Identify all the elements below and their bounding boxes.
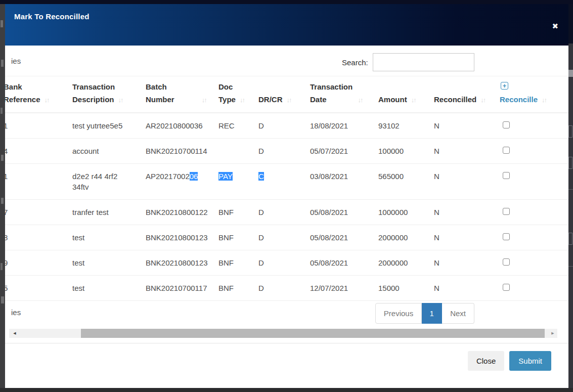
- column-header-reconcille[interactable]: + Reconcille↓↑: [500, 76, 568, 113]
- backdrop-fragment: [568, 70, 573, 77]
- bank-reference-cell: 5: [5, 284, 8, 292]
- reconcile-checkbox[interactable]: [503, 233, 510, 240]
- column-header-transaction-description[interactable]: Transaction Description↓↑: [72, 76, 146, 113]
- horizontal-scrollbar[interactable]: ◀ ▶: [9, 329, 557, 338]
- batch-number-cell: BNK20210800123: [146, 225, 218, 250]
- backdrop-fragment: [568, 189, 573, 190]
- sort-icon[interactable]: ↓↑: [358, 94, 363, 106]
- amount-cell: 565000: [378, 163, 434, 199]
- backdrop-top: [0, 0, 573, 4]
- doc-type-cell: PAY: [218, 163, 258, 199]
- description-cell: tranfer test: [72, 199, 146, 225]
- backdrop-fragment: [568, 266, 573, 267]
- description-cell: test: [72, 275, 146, 300]
- table-row: 7 tranfer test BNK20210800122 BNF D 05/0…: [5, 199, 568, 225]
- transaction-date-cell: 05/08/2021: [310, 250, 378, 275]
- backdrop-fragment: [568, 4, 573, 43]
- column-header-reconcilled[interactable]: Reconcilled↓↑: [434, 76, 500, 113]
- scrollbar-right-arrow-icon[interactable]: ▶: [549, 329, 556, 338]
- batch-number-cell: BNK20210800122: [146, 199, 218, 225]
- close-button[interactable]: Close: [468, 351, 504, 371]
- sort-icon[interactable]: ↓↑: [118, 94, 123, 106]
- scrollbar-left-arrow-icon[interactable]: ◀: [11, 329, 18, 338]
- description-cell: account: [72, 138, 146, 163]
- modal-footer: Close Submit: [5, 343, 568, 371]
- reconcilled-cell: N: [434, 163, 500, 199]
- column-header-transaction-date[interactable]: Transaction Date↓↑: [310, 76, 378, 113]
- dr-cr-cell: D: [258, 250, 310, 275]
- doc-type-cell: BNF: [218, 199, 258, 225]
- backdrop-left: [0, 4, 5, 388]
- table-row: 4 account BNK20210700114 D 05/07/2021 10…: [5, 138, 568, 163]
- reconcile-checkbox[interactable]: [503, 147, 510, 154]
- selected-text: 06: [190, 172, 198, 181]
- doc-type-cell: BNF: [218, 250, 258, 275]
- reconcilled-cell: N: [434, 138, 500, 163]
- mark-to-reconciled-modal: Mark To Reconcilled ✖ ies Search: Bank R…: [5, 4, 568, 388]
- selected-text: C: [258, 172, 264, 181]
- reconcile-table: Bank Reference↓↑ Transaction Description…: [5, 76, 568, 301]
- reconcilled-cell: N: [434, 225, 500, 250]
- reconcile-checkbox[interactable]: [503, 284, 510, 291]
- backdrop-fragment: [568, 125, 572, 138]
- reconcille-cell: [500, 113, 568, 139]
- bank-reference-cell: 7: [5, 208, 8, 216]
- scrollbar-thumb[interactable]: [81, 329, 545, 338]
- backdrop-bottom: [0, 388, 573, 392]
- reconcile-checkbox[interactable]: [503, 172, 510, 179]
- description-cell: d2e2 r44 4rf234ftv: [72, 163, 146, 199]
- sort-icon[interactable]: ↓↑: [45, 94, 49, 106]
- pagination-page-1-button[interactable]: 1: [422, 303, 442, 324]
- sort-icon[interactable]: ↓↑: [542, 94, 546, 106]
- sort-icon[interactable]: ↓↑: [287, 94, 291, 106]
- doc-type-cell: REC: [218, 113, 258, 139]
- reconcile-checkbox[interactable]: [503, 208, 510, 215]
- backdrop-fragment: [1, 263, 3, 270]
- backdrop-fragment: [1, 198, 4, 204]
- doc-type-cell: [218, 138, 258, 163]
- reconcile-checkbox[interactable]: [503, 121, 510, 128]
- search-input[interactable]: [373, 53, 474, 71]
- reconcille-cell: [500, 225, 568, 250]
- amount-cell: 2000000: [378, 225, 434, 250]
- column-header-bank-reference[interactable]: Bank Reference↓↑: [5, 76, 72, 113]
- dr-cr-cell: D: [258, 275, 310, 300]
- dr-cr-cell: D: [258, 225, 310, 250]
- doc-type-cell: BNF: [218, 275, 258, 300]
- column-header-batch-number[interactable]: Batch Number↓↑: [146, 76, 218, 113]
- backdrop-fragment: [1, 60, 4, 67]
- batch-number-cell: BNK20210700117: [146, 275, 218, 300]
- table-row: 9 test BNK20210800123 BNF D 05/08/2021 2…: [5, 250, 568, 275]
- reconcilled-cell: N: [434, 250, 500, 275]
- submit-button[interactable]: Submit: [509, 351, 551, 371]
- amount-cell: 93102: [378, 113, 434, 139]
- bank-reference-cell: 8: [5, 233, 8, 242]
- batch-number-cell: BNK20210800123: [146, 250, 218, 275]
- reconcille-cell: [500, 250, 568, 275]
- sort-icon[interactable]: ↓↑: [202, 94, 206, 106]
- pagination-next-button[interactable]: Next: [442, 303, 474, 324]
- close-icon[interactable]: ✖: [552, 22, 558, 30]
- backdrop-fragment: [1, 20, 3, 27]
- modal-header: Mark To Reconcilled ✖: [5, 4, 568, 46]
- sort-icon[interactable]: ↓↑: [240, 94, 244, 106]
- column-header-doc-type[interactable]: Doc Type↓↑: [218, 76, 258, 113]
- pagination-previous-button[interactable]: Previous: [375, 303, 422, 324]
- entries-count-fragment-bottom: ies: [11, 308, 21, 317]
- bank-reference-cell: 1: [5, 172, 8, 181]
- reconcile-checkbox[interactable]: [503, 258, 510, 266]
- pagination: Previous 1 Next: [375, 303, 474, 324]
- backdrop-fragment: [1, 108, 3, 114]
- sort-icon[interactable]: ↓↑: [480, 94, 485, 106]
- amount-cell: 100000: [378, 138, 434, 163]
- table-row: 1 d2e2 r44 4rf234ftv AP2021700206 PAY C …: [5, 163, 568, 199]
- column-header-dr-cr[interactable]: DR/CR↓↑: [258, 76, 310, 113]
- column-header-amount[interactable]: Amount↓↑: [378, 76, 434, 113]
- search-control: Search:: [342, 53, 474, 71]
- reconcille-cell: [500, 163, 568, 199]
- expand-plus-icon[interactable]: +: [501, 82, 508, 90]
- table-header-row: Bank Reference↓↑ Transaction Description…: [5, 76, 568, 113]
- sort-icon[interactable]: ↓↑: [411, 94, 416, 106]
- amount-cell: 2000000: [378, 250, 434, 275]
- entries-count-fragment-top: ies: [11, 57, 21, 65]
